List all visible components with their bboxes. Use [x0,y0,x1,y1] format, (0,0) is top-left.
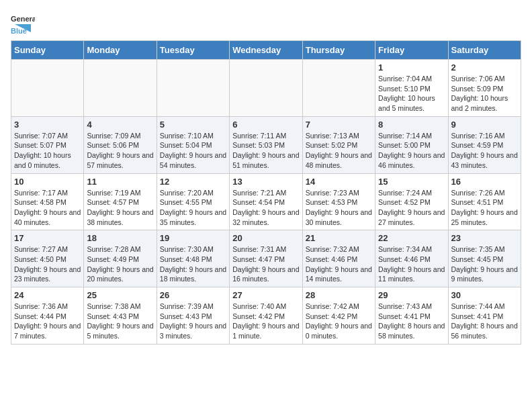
calendar-cell: 28Sunrise: 7:42 AM Sunset: 4:42 PM Dayli… [302,287,375,345]
day-info: Sunrise: 7:38 AM Sunset: 4:43 PM Dayligh… [87,302,153,341]
week-row-5: 24Sunrise: 7:36 AM Sunset: 4:44 PM Dayli… [11,287,521,345]
day-number: 22 [378,233,445,243]
day-info: Sunrise: 7:24 AM Sunset: 4:52 PM Dayligh… [378,188,445,228]
calendar-cell: 10Sunrise: 7:17 AM Sunset: 4:58 PM Dayli… [11,173,84,230]
calendar-cell: 4Sunrise: 7:09 AM Sunset: 5:06 PM Daylig… [84,116,157,173]
day-info: Sunrise: 7:19 AM Sunset: 4:57 PM Dayligh… [87,188,153,228]
day-info: Sunrise: 7:36 AM Sunset: 4:44 PM Dayligh… [14,302,81,341]
day-info: Sunrise: 7:09 AM Sunset: 5:06 PM Dayligh… [87,131,153,171]
day-number: 25 [87,290,153,300]
calendar-cell: 11Sunrise: 7:19 AM Sunset: 4:57 PM Dayli… [84,173,157,230]
day-number: 5 [160,120,226,130]
calendar-cell: 14Sunrise: 7:23 AM Sunset: 4:53 PM Dayli… [302,173,375,230]
calendar-cell: 1Sunrise: 7:04 AM Sunset: 5:10 PM Daylig… [375,60,448,117]
weekday-header-monday: Monday [84,41,157,60]
day-info: Sunrise: 7:14 AM Sunset: 5:00 PM Dayligh… [378,131,445,171]
day-info: Sunrise: 7:23 AM Sunset: 4:53 PM Dayligh… [306,188,372,228]
day-info: Sunrise: 7:44 AM Sunset: 4:41 PM Dayligh… [451,302,518,341]
week-row-2: 3Sunrise: 7:07 AM Sunset: 5:07 PM Daylig… [11,116,521,173]
day-info: Sunrise: 7:16 AM Sunset: 4:59 PM Dayligh… [451,131,518,171]
calendar-cell: 20Sunrise: 7:31 AM Sunset: 4:47 PM Dayli… [230,230,302,287]
day-info: Sunrise: 7:07 AM Sunset: 5:07 PM Dayligh… [14,131,81,171]
calendar-cell: 7Sunrise: 7:13 AM Sunset: 5:02 PM Daylig… [302,116,375,173]
calendar-cell: 18Sunrise: 7:28 AM Sunset: 4:49 PM Dayli… [84,230,157,287]
day-number: 14 [306,177,372,187]
calendar-cell: 16Sunrise: 7:26 AM Sunset: 4:51 PM Dayli… [448,173,521,230]
week-row-3: 10Sunrise: 7:17 AM Sunset: 4:58 PM Dayli… [11,173,521,230]
day-number: 24 [14,290,81,300]
week-row-4: 17Sunrise: 7:27 AM Sunset: 4:50 PM Dayli… [11,230,521,287]
calendar-cell: 22Sunrise: 7:34 AM Sunset: 4:46 PM Dayli… [375,230,448,287]
day-info: Sunrise: 7:04 AM Sunset: 5:10 PM Dayligh… [378,74,445,113]
calendar-table: SundayMondayTuesdayWednesdayThursdayFrid… [11,40,521,345]
day-number: 18 [87,233,153,243]
weekday-header-saturday: Saturday [448,41,521,60]
week-row-1: 1Sunrise: 7:04 AM Sunset: 5:10 PM Daylig… [11,60,521,117]
day-number: 11 [87,177,153,187]
weekday-header-wednesday: Wednesday [230,41,302,60]
calendar-cell: 23Sunrise: 7:35 AM Sunset: 4:45 PM Dayli… [448,230,521,287]
day-number: 1 [378,62,445,73]
day-info: Sunrise: 7:27 AM Sunset: 4:50 PM Dayligh… [14,244,81,284]
calendar-cell: 25Sunrise: 7:38 AM Sunset: 4:43 PM Dayli… [84,287,157,345]
day-info: Sunrise: 7:40 AM Sunset: 4:42 PM Dayligh… [232,302,299,341]
day-number: 27 [232,290,299,300]
day-number: 17 [14,233,81,243]
day-info: Sunrise: 7:34 AM Sunset: 4:46 PM Dayligh… [378,244,445,284]
day-number: 4 [87,120,153,130]
day-info: Sunrise: 7:26 AM Sunset: 4:51 PM Dayligh… [451,188,518,228]
calendar-cell: 6Sunrise: 7:11 AM Sunset: 5:03 PM Daylig… [230,116,302,173]
calendar-cell: 15Sunrise: 7:24 AM Sunset: 4:52 PM Dayli… [375,173,448,230]
weekday-header-thursday: Thursday [302,41,375,60]
day-number: 8 [378,120,445,130]
day-number: 19 [160,233,226,243]
calendar-cell: 13Sunrise: 7:21 AM Sunset: 4:54 PM Dayli… [230,173,302,230]
calendar-cell: 17Sunrise: 7:27 AM Sunset: 4:50 PM Dayli… [11,230,84,287]
svg-text:General: General [11,15,35,23]
day-number: 23 [451,233,518,243]
day-info: Sunrise: 7:28 AM Sunset: 4:49 PM Dayligh… [87,244,153,284]
day-number: 21 [306,233,372,243]
calendar-cell: 21Sunrise: 7:32 AM Sunset: 4:46 PM Dayli… [302,230,375,287]
day-number: 2 [451,62,518,73]
day-number: 26 [160,290,226,300]
weekday-header-sunday: Sunday [11,41,84,60]
day-info: Sunrise: 7:21 AM Sunset: 4:54 PM Dayligh… [232,188,299,228]
calendar-cell: 2Sunrise: 7:06 AM Sunset: 5:09 PM Daylig… [448,60,521,117]
calendar-cell: 30Sunrise: 7:44 AM Sunset: 4:41 PM Dayli… [448,287,521,345]
day-info: Sunrise: 7:31 AM Sunset: 4:47 PM Dayligh… [232,244,299,284]
day-number: 12 [160,177,226,187]
calendar-cell: 5Sunrise: 7:10 AM Sunset: 5:04 PM Daylig… [157,116,229,173]
day-info: Sunrise: 7:06 AM Sunset: 5:09 PM Dayligh… [451,74,518,113]
weekday-header-row: SundayMondayTuesdayWednesdayThursdayFrid… [11,41,521,60]
calendar-cell [230,60,302,117]
day-info: Sunrise: 7:30 AM Sunset: 4:48 PM Dayligh… [160,244,226,284]
logo-graphic: General Blue [11,11,35,35]
day-number: 15 [378,177,445,187]
day-info: Sunrise: 7:20 AM Sunset: 4:55 PM Dayligh… [160,188,226,228]
day-info: Sunrise: 7:39 AM Sunset: 4:43 PM Dayligh… [160,302,226,341]
header: General Blue [11,11,521,35]
day-info: Sunrise: 7:32 AM Sunset: 4:46 PM Dayligh… [306,244,372,284]
weekday-header-tuesday: Tuesday [157,41,229,60]
calendar-cell: 9Sunrise: 7:16 AM Sunset: 4:59 PM Daylig… [448,116,521,173]
day-info: Sunrise: 7:13 AM Sunset: 5:02 PM Dayligh… [306,131,372,171]
calendar-cell: 3Sunrise: 7:07 AM Sunset: 5:07 PM Daylig… [11,116,84,173]
calendar-cell [157,60,229,117]
calendar-cell: 8Sunrise: 7:14 AM Sunset: 5:00 PM Daylig… [375,116,448,173]
day-info: Sunrise: 7:17 AM Sunset: 4:58 PM Dayligh… [14,188,81,228]
day-number: 10 [14,177,81,187]
day-number: 28 [306,290,372,300]
logo-container: General Blue [11,11,35,35]
calendar-cell: 12Sunrise: 7:20 AM Sunset: 4:55 PM Dayli… [157,173,229,230]
svg-text:Blue: Blue [11,27,27,35]
logo: General Blue [11,11,35,35]
day-info: Sunrise: 7:10 AM Sunset: 5:04 PM Dayligh… [160,131,226,171]
day-number: 7 [306,120,372,130]
day-info: Sunrise: 7:43 AM Sunset: 4:41 PM Dayligh… [378,302,445,341]
day-number: 9 [451,120,518,130]
day-number: 29 [378,290,445,300]
calendar-cell [302,60,375,117]
weekday-header-friday: Friday [375,41,448,60]
calendar-cell [11,60,84,117]
